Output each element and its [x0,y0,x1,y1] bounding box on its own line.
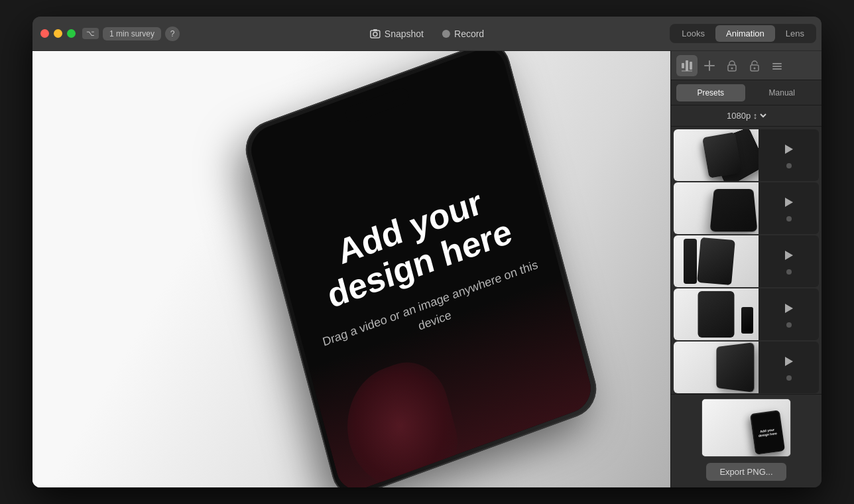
preset-5-dot [786,375,792,381]
presets-list [671,127,822,394]
canvas-area: Add your design here Drag a video or an … [32,51,670,487]
preset-thumb-1 [674,129,759,181]
snapshot-icon [370,29,381,39]
preset-1-dot [786,163,792,168]
manual-toggle[interactable]: Manual [748,84,817,101]
preset-item-2[interactable] [674,182,819,234]
preset-5-play[interactable] [782,354,796,369]
export-button[interactable]: Export PNG... [706,463,786,481]
tab-looks[interactable]: Looks [671,25,715,42]
right-panel: Presets Manual 1080p ↕ [670,51,822,487]
preset-5-controls [759,354,819,381]
lock-open-tool-button[interactable] [744,55,765,76]
preset-thumb-4 [674,288,759,340]
svg-rect-5 [690,62,692,70]
bottom-panel: Add your design here [671,394,822,460]
export-container: Export PNG... [671,463,822,487]
contrast-icon [681,60,693,72]
preset-5-phone [716,342,754,393]
preset-2-dot [786,216,792,221]
svg-rect-13 [772,63,782,64]
play-icon-1 [785,145,793,154]
right-bottom: Add your design here Export PNG... [671,394,822,487]
preset-item-5[interactable] [674,342,819,393]
lock-tool-button[interactable] [721,55,743,76]
record-label: Record [454,29,484,39]
selected-preview-text: Add your design here [753,425,782,440]
snapshot-label: Snapshot [385,29,424,39]
presets-bar: Presets Manual [671,80,822,105]
resolution-select[interactable]: 1080p ↕ [724,110,768,121]
preset-1-phone2 [702,132,742,178]
presets-toggle[interactable]: Presets [676,84,745,101]
play-icon-5 [785,357,793,366]
preset-item-1[interactable] [674,129,819,181]
main-tab-group: Looks Animation Lens [670,24,816,43]
preset-4-bar [741,307,753,334]
preset-3-dot [786,269,792,275]
preset-4-phone [698,291,735,338]
svg-point-10 [731,67,733,69]
svg-rect-2 [373,29,377,31]
svg-rect-15 [772,68,782,70]
survey-button[interactable]: 1 min survey [103,27,161,40]
titlebar: ⌥ 1 min survey ? Snapshot Record Looks A… [32,17,822,51]
preset-item-4[interactable] [674,288,819,340]
preset-thumb-3 [674,235,759,287]
svg-marker-18 [785,251,793,260]
svg-marker-17 [785,198,793,207]
svg-marker-16 [785,145,793,154]
tab-animation[interactable]: Animation [715,25,775,42]
preset-1-controls [759,142,819,168]
svg-point-1 [373,32,377,36]
plus-tool-button[interactable] [699,55,720,76]
play-icon-4 [785,304,793,313]
play-icon-2 [785,198,793,207]
plus-icon [703,60,715,72]
app-window: ⌥ 1 min survey ? Snapshot Record Looks A… [32,17,822,487]
main-area: Add your design here Drag a video or an … [32,51,822,487]
resolution-bar: 1080p ↕ [671,105,822,127]
svg-rect-14 [772,66,782,67]
selected-preview-phone: Add your design here [750,410,785,455]
help-button[interactable]: ? [165,27,180,41]
selected-preview-phone-screen: Add your design here [751,411,784,453]
contrast-tool-button[interactable] [676,55,698,76]
preset-thumb-2 [674,182,759,234]
preset-1-play[interactable] [782,142,796,157]
preset-4-dot [786,322,792,328]
svg-rect-3 [682,63,684,68]
title-center-controls: Snapshot Record [361,25,493,43]
tab-lens[interactable]: Lens [775,25,815,42]
preset-2-play[interactable] [782,195,796,210]
tab-group-container: Looks Animation Lens [670,17,822,50]
svg-point-12 [754,67,756,69]
right-toolbar [671,51,822,80]
traffic-lights [40,29,76,38]
close-button[interactable] [40,29,49,38]
layers-tool-button[interactable] [766,55,788,76]
selected-preview: Add your design here [702,399,791,457]
lock-icon [726,60,738,72]
maximize-button[interactable] [67,29,76,38]
record-button[interactable]: Record [433,25,493,43]
snapshot-button[interactable]: Snapshot [361,25,433,43]
play-icon-3 [785,251,793,260]
preset-thumb-5 [674,342,759,393]
preset-item-3[interactable] [674,235,819,287]
canvas-image: Add your design here Drag a video or an … [32,51,670,487]
preset-4-controls [759,301,819,328]
svg-marker-19 [785,304,793,313]
preset-3-controls [759,248,819,275]
preset-4-play[interactable] [782,301,796,316]
minimize-button[interactable] [54,29,62,38]
expand-button[interactable]: ⌥ [82,28,99,39]
layers-icon [771,60,783,72]
preset-3-phone [697,237,735,285]
svg-rect-0 [371,31,380,38]
svg-marker-20 [785,357,793,366]
preset-2-controls [759,195,819,221]
record-icon [442,30,450,38]
selected-preview-inner: Add your design here [702,399,790,456]
preset-3-play[interactable] [782,248,796,263]
